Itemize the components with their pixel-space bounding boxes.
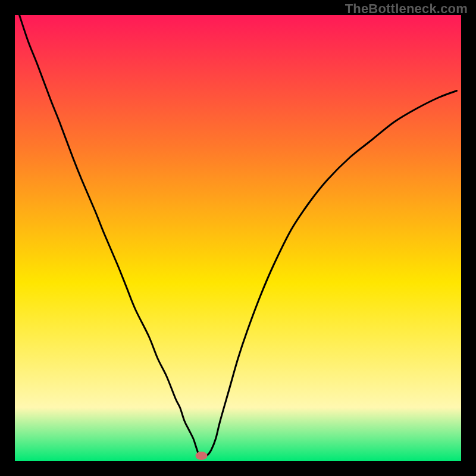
chart-frame: TheBottleneck.com (0, 0, 476, 476)
watermark-text: TheBottleneck.com (345, 1, 468, 17)
optimal-marker (196, 452, 208, 460)
bottleneck-chart (0, 0, 476, 476)
gradient-background (15, 15, 461, 461)
